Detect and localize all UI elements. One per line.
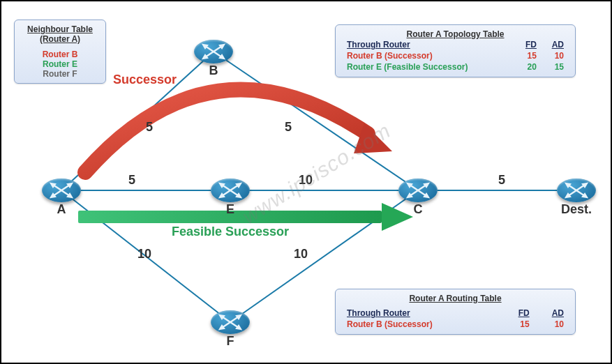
link-cost: 5	[285, 120, 292, 135]
neighbour-item: Router E	[22, 59, 98, 69]
svg-marker-23	[203, 55, 207, 59]
router-label-dest: Dest.	[557, 202, 596, 217]
topo-row-ad: 10	[541, 50, 568, 61]
svg-line-40	[418, 190, 426, 196]
svg-line-38	[410, 190, 418, 196]
svg-marker-39	[408, 194, 412, 197]
svg-line-26	[222, 185, 230, 190]
col-ad: AD	[534, 308, 568, 319]
router-a	[42, 179, 81, 202]
svg-line-22	[205, 52, 214, 57]
svg-line-30	[222, 190, 230, 196]
router-dest	[557, 179, 596, 202]
svg-marker-55	[566, 194, 570, 197]
svg-marker-51	[566, 183, 570, 187]
svg-line-28	[230, 185, 239, 190]
router-icon	[211, 179, 250, 202]
router-icon	[42, 179, 81, 202]
neighbour-table-title: Neighbour Table	[22, 24, 98, 34]
router-label-c: C	[398, 202, 438, 217]
svg-marker-49	[237, 326, 241, 329]
svg-marker-41	[424, 194, 428, 197]
svg-line-34	[410, 185, 418, 190]
col-through: Through Router	[343, 308, 501, 319]
svg-line-52	[576, 185, 585, 190]
svg-line-14	[53, 190, 61, 196]
svg-marker-33	[237, 194, 241, 197]
topo-row-fd: 20	[515, 61, 541, 73]
router-e	[211, 179, 250, 202]
topo-row-label: Router B (Successor)	[343, 50, 515, 61]
link-cost: 10	[294, 247, 308, 261]
router-icon	[211, 310, 250, 334]
router-b	[194, 40, 233, 63]
router-label-a: A	[42, 202, 81, 217]
svg-line-18	[205, 46, 214, 52]
svg-line-42	[222, 317, 230, 322]
svg-marker-17	[68, 194, 72, 197]
topology-table: Router A Topology Table Through Router F…	[335, 24, 576, 77]
link-cost: 10	[299, 173, 313, 188]
svg-line-12	[61, 185, 70, 190]
neighbour-item: Router F	[22, 69, 98, 79]
svg-marker-15	[51, 194, 55, 197]
svg-line-48	[230, 322, 239, 328]
svg-line-46	[222, 322, 230, 328]
svg-marker-35	[408, 183, 412, 187]
router-icon	[557, 179, 596, 202]
feasible-label: Feasible Successor	[172, 225, 289, 239]
router-icon	[194, 40, 233, 63]
neighbour-table: Neighbour Table (Router A) Router B Rout…	[14, 20, 106, 84]
routing-table-title: Router A Routing Table	[343, 294, 568, 303]
topo-row-label: Router E (Feasible Successor)	[343, 61, 515, 73]
topo-row-ad: 15	[541, 61, 568, 73]
col-fd: FD	[501, 308, 534, 319]
router-label-f: F	[211, 334, 250, 349]
router-icon	[398, 179, 438, 202]
svg-marker-13	[68, 183, 72, 187]
svg-marker-57	[583, 194, 587, 197]
link-cost: 5	[146, 120, 153, 135]
svg-line-24	[214, 52, 222, 57]
neighbour-table-subtitle: (Router A)	[22, 34, 98, 44]
svg-line-50	[568, 185, 576, 190]
svg-line-16	[61, 190, 70, 196]
col-fd: FD	[515, 39, 541, 50]
topo-row-fd: 15	[515, 50, 541, 61]
link-cost: 10	[137, 247, 151, 261]
svg-marker-31	[220, 194, 224, 197]
col-through: Through Router	[343, 39, 515, 50]
svg-marker-43	[220, 315, 224, 319]
link-cost: 5	[128, 173, 135, 188]
svg-marker-47	[220, 326, 224, 329]
neighbour-item: Router B	[22, 50, 98, 59]
router-f	[211, 310, 250, 334]
svg-line-56	[576, 190, 585, 196]
route-row-label: Router B (Successor)	[343, 319, 501, 330]
svg-marker-27	[220, 183, 224, 187]
svg-marker-29	[237, 183, 241, 187]
svg-line-44	[230, 317, 239, 322]
watermark: www.ipcisco.com	[238, 119, 394, 229]
col-ad: AD	[541, 39, 568, 50]
svg-marker-21	[220, 45, 224, 48]
router-label-b: B	[194, 63, 233, 78]
route-row-fd: 15	[501, 319, 534, 330]
svg-marker-19	[203, 45, 207, 48]
svg-marker-53	[583, 183, 587, 187]
routing-table: Router A Routing Table Through Router FD…	[335, 289, 576, 335]
svg-marker-37	[424, 183, 428, 187]
svg-line-36	[418, 185, 426, 190]
svg-marker-25	[220, 55, 224, 59]
topology-table-title: Router A Topology Table	[343, 29, 568, 39]
svg-line-32	[230, 190, 239, 196]
link-cost: 5	[498, 173, 505, 188]
svg-line-10	[53, 185, 61, 190]
route-row-ad: 10	[534, 319, 568, 330]
svg-line-20	[214, 46, 222, 52]
svg-marker-7	[354, 123, 392, 153]
svg-marker-45	[237, 315, 241, 319]
successor-label: Successor	[113, 73, 177, 87]
router-label-e: E	[211, 202, 250, 217]
svg-marker-11	[51, 183, 55, 187]
